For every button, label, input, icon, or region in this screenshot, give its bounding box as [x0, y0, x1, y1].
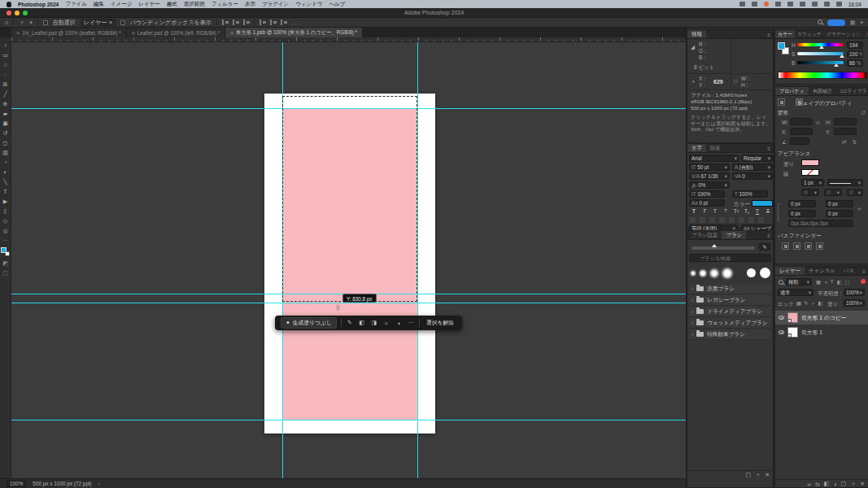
layer-thumbnail[interactable] [787, 312, 798, 323]
foreground-color-swatch[interactable] [1, 247, 7, 253]
baseline-shift-field[interactable]: Aa 0 pt [689, 199, 725, 207]
flip-horizontal-icon[interactable]: ⇄ [842, 139, 847, 146]
menu-type[interactable]: 書式 [167, 1, 177, 8]
tool-shape-icon[interactable]: ▯ [1, 207, 11, 216]
tab-cc-libraries[interactable]: CCライブラリ [836, 87, 868, 95]
stroke-color-swatch[interactable] [801, 169, 819, 176]
align-right-icon[interactable] [243, 20, 249, 25]
kerning-field[interactable]: V/A 67 1/36▾ [689, 172, 730, 180]
lock-all-icon[interactable]: ◧ [818, 300, 823, 307]
document-tab-3-active[interactable]: × 長方形 1.psb @ 100% (長方形 1 のコピー、RGB/8) * [225, 28, 363, 37]
corner-radius-br-field[interactable]: 0 px [826, 210, 853, 217]
tool-eyedropper-icon[interactable]: ╱ [1, 89, 11, 98]
menu-plugins[interactable]: プラグイン [262, 1, 289, 8]
hue-value[interactable]: 194 [847, 41, 863, 49]
feather-selection-icon[interactable]: ≈ [382, 320, 390, 326]
align-left-icon[interactable] [222, 20, 228, 25]
link-dimensions-icon[interactable]: ∞ [816, 120, 820, 125]
tab-properties[interactable]: プロパティ [775, 87, 809, 95]
share-button[interactable] [827, 20, 845, 26]
layer-filtering-toggle[interactable] [861, 279, 866, 284]
corner-radius-all-field[interactable]: 0px,0px,0px,0px [788, 220, 853, 227]
hard-brush-preview[interactable] [747, 268, 756, 277]
horizontal-ruler[interactable] [11, 37, 686, 42]
guide-horizontal-4[interactable] [11, 420, 686, 420]
tab-adjustments[interactable]: 色調補正 [809, 87, 836, 95]
distribute-top-icon[interactable] [260, 20, 265, 25]
strikethrough-button[interactable]: T [763, 208, 773, 214]
tool-gradient-icon[interactable]: ▥ [1, 148, 11, 157]
layer-name[interactable]: 長方形 1 のコピー [801, 314, 847, 322]
faux-bold-button[interactable]: T [689, 208, 699, 214]
tab-paragraph[interactable]: 段落 [706, 144, 725, 152]
tab-patterns[interactable]: パターン [863, 30, 868, 38]
superscript-button[interactable]: T¹ [731, 208, 741, 214]
input-source-icon[interactable] [787, 2, 793, 7]
tool-lasso-icon[interactable]: ○ [1, 60, 11, 69]
fill-adjust-icon[interactable]: ◑ [395, 320, 403, 326]
tool-history-brush-icon[interactable]: ↺ [1, 129, 11, 137]
hard-brush-preview[interactable] [760, 268, 770, 278]
quick-mask-icon[interactable]: ◩ [1, 259, 11, 268]
lock-buttons[interactable]: ▦ ✎ ＋ ◧ [796, 300, 822, 307]
screen-mode-icon[interactable]: ▢ [1, 268, 11, 277]
menu-image[interactable]: イメージ [111, 1, 132, 8]
menu-edit[interactable]: 編集 [94, 1, 104, 8]
opentype-feature-buttons[interactable] [690, 217, 764, 223]
apple-menu-icon[interactable] [7, 2, 11, 7]
tab-character[interactable]: 文字 [687, 144, 706, 152]
filter-type-layers-icon[interactable]: T [831, 279, 834, 285]
tool-path-select-icon[interactable]: ▶ [1, 197, 11, 206]
combine-shapes-icon[interactable] [782, 242, 789, 250]
create-mask-icon[interactable]: ◨ [370, 320, 378, 326]
hue-slider-thumb[interactable] [819, 46, 824, 49]
tool-marquee-icon[interactable]: ▭ [1, 50, 11, 59]
new-brush-icon[interactable]: ＋ [755, 471, 761, 479]
tab-layers[interactable]: レイヤー [775, 267, 805, 275]
height-field[interactable] [834, 118, 857, 125]
tool-zoom-icon[interactable]: ◎ [1, 226, 11, 235]
all-caps-button[interactable]: T [710, 208, 720, 214]
menu-help[interactable]: ヘルプ [329, 1, 345, 8]
zoom-level-field[interactable]: 100% [7, 480, 26, 487]
stroke-corner-select[interactable]: ▾ [847, 189, 863, 196]
new-group-icon[interactable]: ▢ [841, 481, 847, 487]
document-tab-1[interactable]: × 1hi_Leaflet.psd @ 100% (leaflet, RGB/8… [11, 28, 127, 37]
close-tab-icon[interactable]: × [230, 30, 233, 36]
tab-paths[interactable]: パス [840, 267, 858, 275]
width-field[interactable] [790, 118, 813, 125]
opacity-field[interactable]: 100%▾ [844, 289, 865, 296]
brush-folder-special-effects[interactable]: ›特殊効果ブラシ [689, 329, 771, 340]
panel-menu-icon[interactable]: ≡ [862, 267, 868, 275]
brightness-value[interactable]: 86 % [847, 59, 863, 67]
brush-folder-legacy[interactable]: ›レガシーブラシ [689, 295, 771, 306]
invert-selection-icon[interactable]: ◧ [358, 320, 366, 326]
text-color-swatch[interactable] [752, 200, 773, 207]
brush-folder-general[interactable]: ›汎用ブラシ [689, 284, 771, 294]
link-radius-icon[interactable]: ∞ [857, 206, 861, 211]
corner-radius-tr-field[interactable]: 0 px [826, 200, 853, 207]
delete-brush-icon[interactable]: ✕ [765, 472, 770, 478]
tool-eraser-icon[interactable]: ◻ [1, 138, 11, 147]
lock-position-icon[interactable]: ＋ [810, 300, 815, 307]
soft-brush-preview[interactable] [691, 271, 696, 276]
generative-fill-button[interactable]: ✦ 生成塗りつぶし [281, 317, 337, 329]
record-status-icon[interactable] [764, 2, 769, 7]
faux-italic-button[interactable]: T [700, 208, 709, 214]
appearance-section-label[interactable]: アピアランス [778, 150, 811, 158]
soft-brush-preview[interactable] [722, 268, 732, 278]
layer-filter-type-select[interactable]: 種類▾ [786, 278, 812, 285]
workspace-search-icon[interactable] [818, 20, 822, 25]
brightness-slider-thumb[interactable] [834, 63, 839, 67]
corner-radius-tl-field[interactable]: 0 px [788, 200, 816, 207]
layer-visibility-eye-icon[interactable] [779, 316, 784, 320]
deselect-button[interactable]: 選択を解除 [424, 319, 456, 327]
distribute-bottom-icon[interactable] [281, 20, 286, 25]
brush-folder-wet-media[interactable]: ›ウェットメディアブラシ [689, 318, 771, 329]
small-caps-button[interactable]: T [721, 208, 731, 213]
menu-window[interactable]: ウィンドウ [295, 1, 322, 8]
brush-size-slider-thumb[interactable] [712, 244, 717, 247]
tool-healing-icon[interactable]: ⊕ [1, 99, 11, 108]
saturation-slider[interactable] [797, 52, 844, 55]
link-layers-icon[interactable]: ∞ [807, 481, 811, 487]
